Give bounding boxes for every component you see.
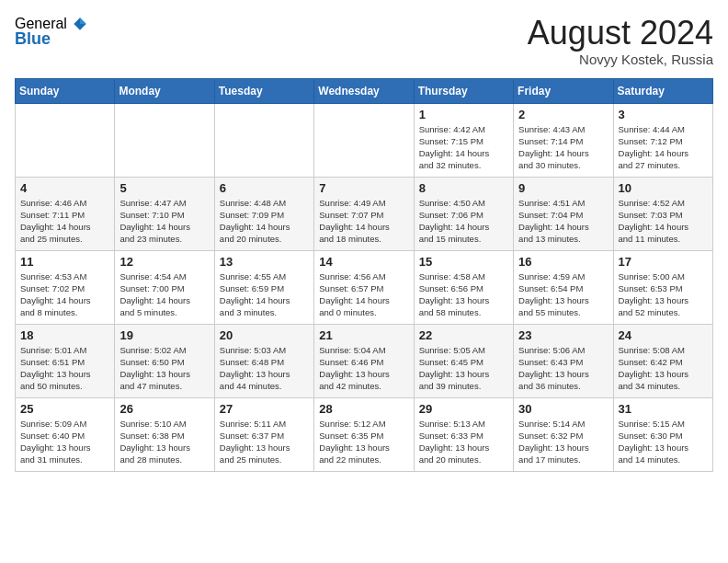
day-detail: Sunrise: 4:46 AM Sunset: 7:11 PM Dayligh…: [20, 197, 109, 246]
day-detail: Sunrise: 5:13 AM Sunset: 6:33 PM Dayligh…: [419, 418, 508, 466]
day-cell: 27Sunrise: 5:11 AM Sunset: 6:37 PM Dayli…: [214, 397, 313, 471]
calendar-table: SundayMondayTuesdayWednesdayThursdayFrid…: [15, 78, 713, 472]
day-cell: 18Sunrise: 5:01 AM Sunset: 6:51 PM Dayli…: [16, 324, 115, 397]
column-header-friday: Friday: [514, 78, 613, 103]
day-number: 5: [119, 181, 209, 195]
day-detail: Sunrise: 5:08 AM Sunset: 6:42 PM Dayligh…: [619, 344, 708, 393]
day-cell: 3Sunrise: 4:44 AM Sunset: 7:12 PM Daylig…: [613, 103, 712, 177]
day-cell: 29Sunrise: 5:13 AM Sunset: 6:33 PM Dayli…: [414, 397, 513, 471]
day-cell: 15Sunrise: 4:58 AM Sunset: 6:56 PM Dayli…: [414, 250, 513, 324]
day-detail: Sunrise: 5:03 AM Sunset: 6:48 PM Dayligh…: [220, 344, 309, 393]
title-section: August 2024 Novyy Kostek, Russia: [528, 15, 713, 67]
column-header-thursday: Thursday: [414, 78, 513, 103]
day-detail: Sunrise: 5:00 AM Sunset: 6:53 PM Dayligh…: [619, 270, 708, 319]
logo-blue: Blue: [15, 29, 51, 49]
day-detail: Sunrise: 4:56 AM Sunset: 6:57 PM Dayligh…: [319, 270, 408, 319]
day-detail: Sunrise: 4:55 AM Sunset: 6:59 PM Dayligh…: [220, 270, 309, 319]
header-row: SundayMondayTuesdayWednesdayThursdayFrid…: [16, 78, 713, 103]
day-cell: 9Sunrise: 4:51 AM Sunset: 7:04 PM Daylig…: [514, 177, 613, 250]
day-number: 14: [319, 255, 408, 269]
day-cell: 16Sunrise: 4:59 AM Sunset: 6:54 PM Dayli…: [514, 250, 613, 324]
day-number: 11: [20, 255, 109, 269]
day-number: 6: [220, 181, 309, 195]
day-number: 18: [20, 328, 109, 342]
day-number: 13: [220, 255, 309, 269]
day-detail: Sunrise: 4:49 AM Sunset: 7:07 PM Dayligh…: [319, 197, 408, 246]
day-number: 28: [319, 402, 408, 416]
day-number: 29: [419, 402, 508, 416]
day-number: 15: [419, 255, 508, 269]
week-row-2: 4Sunrise: 4:46 AM Sunset: 7:11 PM Daylig…: [16, 177, 713, 250]
day-cell: [214, 103, 313, 177]
day-detail: Sunrise: 4:47 AM Sunset: 7:10 PM Dayligh…: [119, 197, 209, 246]
logo: General Blue: [15, 15, 89, 49]
day-detail: Sunrise: 4:59 AM Sunset: 6:54 PM Dayligh…: [518, 270, 608, 319]
day-detail: Sunrise: 4:52 AM Sunset: 7:03 PM Dayligh…: [619, 197, 708, 246]
day-cell: 13Sunrise: 4:55 AM Sunset: 6:59 PM Dayli…: [214, 250, 313, 324]
day-number: 1: [419, 108, 508, 121]
day-number: 27: [220, 402, 309, 416]
day-detail: Sunrise: 5:06 AM Sunset: 6:43 PM Dayligh…: [518, 344, 608, 393]
day-cell: 10Sunrise: 4:52 AM Sunset: 7:03 PM Dayli…: [613, 177, 712, 250]
location: Novyy Kostek, Russia: [528, 52, 713, 67]
day-cell: 23Sunrise: 5:06 AM Sunset: 6:43 PM Dayli…: [514, 324, 613, 397]
day-cell: 12Sunrise: 4:54 AM Sunset: 7:00 PM Dayli…: [115, 250, 214, 324]
day-cell: 8Sunrise: 4:50 AM Sunset: 7:06 PM Daylig…: [414, 177, 513, 250]
day-detail: Sunrise: 4:51 AM Sunset: 7:04 PM Dayligh…: [518, 197, 608, 246]
day-detail: Sunrise: 4:44 AM Sunset: 7:12 PM Dayligh…: [619, 123, 708, 172]
day-cell: 22Sunrise: 5:05 AM Sunset: 6:45 PM Dayli…: [414, 324, 513, 397]
day-detail: Sunrise: 5:05 AM Sunset: 6:45 PM Dayligh…: [419, 344, 508, 393]
day-number: 19: [119, 328, 209, 342]
day-number: 4: [20, 181, 109, 195]
day-detail: Sunrise: 4:54 AM Sunset: 7:00 PM Dayligh…: [119, 270, 209, 319]
month-year: August 2024: [528, 15, 713, 52]
day-number: 2: [518, 108, 608, 121]
week-row-5: 25Sunrise: 5:09 AM Sunset: 6:40 PM Dayli…: [16, 397, 713, 471]
day-cell: 20Sunrise: 5:03 AM Sunset: 6:48 PM Dayli…: [214, 324, 313, 397]
day-detail: Sunrise: 5:15 AM Sunset: 6:30 PM Dayligh…: [619, 418, 708, 466]
day-cell: 31Sunrise: 5:15 AM Sunset: 6:30 PM Dayli…: [613, 397, 712, 471]
day-detail: Sunrise: 4:43 AM Sunset: 7:14 PM Dayligh…: [518, 123, 608, 172]
day-cell: 30Sunrise: 5:14 AM Sunset: 6:32 PM Dayli…: [514, 397, 613, 471]
day-number: 12: [119, 255, 209, 269]
day-detail: Sunrise: 4:50 AM Sunset: 7:06 PM Dayligh…: [419, 197, 508, 246]
day-cell: [115, 103, 214, 177]
day-cell: 17Sunrise: 5:00 AM Sunset: 6:53 PM Dayli…: [613, 250, 712, 324]
day-number: 10: [619, 181, 708, 195]
day-cell: [16, 103, 115, 177]
day-detail: Sunrise: 5:02 AM Sunset: 6:50 PM Dayligh…: [119, 344, 209, 393]
day-number: 31: [619, 402, 708, 416]
day-detail: Sunrise: 4:42 AM Sunset: 7:15 PM Dayligh…: [419, 123, 508, 172]
page-header: General Blue August 2024 Novyy Kostek, R…: [15, 15, 713, 67]
day-cell: 24Sunrise: 5:08 AM Sunset: 6:42 PM Dayli…: [613, 324, 712, 397]
week-row-3: 11Sunrise: 4:53 AM Sunset: 7:02 PM Dayli…: [16, 250, 713, 324]
column-header-saturday: Saturday: [613, 78, 712, 103]
day-cell: 19Sunrise: 5:02 AM Sunset: 6:50 PM Dayli…: [115, 324, 214, 397]
column-header-wednesday: Wednesday: [314, 78, 414, 103]
day-number: 16: [518, 255, 608, 269]
day-cell: 14Sunrise: 4:56 AM Sunset: 6:57 PM Dayli…: [314, 250, 414, 324]
day-detail: Sunrise: 5:12 AM Sunset: 6:35 PM Dayligh…: [319, 418, 408, 466]
day-cell: 21Sunrise: 5:04 AM Sunset: 6:46 PM Dayli…: [314, 324, 414, 397]
day-detail: Sunrise: 4:58 AM Sunset: 6:56 PM Dayligh…: [419, 270, 508, 319]
day-number: 20: [220, 328, 309, 342]
day-number: 25: [20, 402, 109, 416]
week-row-4: 18Sunrise: 5:01 AM Sunset: 6:51 PM Dayli…: [16, 324, 713, 397]
day-cell: 5Sunrise: 4:47 AM Sunset: 7:10 PM Daylig…: [115, 177, 214, 250]
day-cell: 1Sunrise: 4:42 AM Sunset: 7:15 PM Daylig…: [414, 103, 513, 177]
day-cell: 26Sunrise: 5:10 AM Sunset: 6:38 PM Dayli…: [115, 397, 214, 471]
day-number: 23: [518, 328, 608, 342]
day-cell: 11Sunrise: 4:53 AM Sunset: 7:02 PM Dayli…: [16, 250, 115, 324]
day-cell: 6Sunrise: 4:48 AM Sunset: 7:09 PM Daylig…: [214, 177, 313, 250]
day-cell: 4Sunrise: 4:46 AM Sunset: 7:11 PM Daylig…: [16, 177, 115, 250]
day-number: 22: [419, 328, 508, 342]
column-header-tuesday: Tuesday: [214, 78, 313, 103]
day-cell: 28Sunrise: 5:12 AM Sunset: 6:35 PM Dayli…: [314, 397, 414, 471]
day-number: 3: [619, 108, 708, 121]
day-number: 24: [619, 328, 708, 342]
day-detail: Sunrise: 4:48 AM Sunset: 7:09 PM Dayligh…: [220, 197, 309, 246]
day-detail: Sunrise: 5:14 AM Sunset: 6:32 PM Dayligh…: [518, 418, 608, 466]
day-detail: Sunrise: 5:10 AM Sunset: 6:38 PM Dayligh…: [119, 418, 209, 466]
day-detail: Sunrise: 5:09 AM Sunset: 6:40 PM Dayligh…: [20, 418, 109, 466]
logo-icon: [71, 15, 89, 33]
